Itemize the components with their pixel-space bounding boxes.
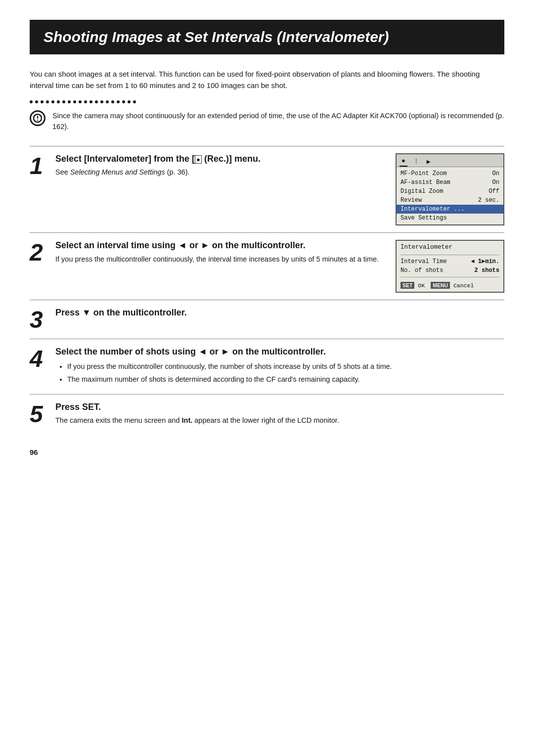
page-number: 96 <box>30 448 504 456</box>
screen1-tab-camera: ● <box>400 156 407 167</box>
camera-screen-1: ● ⋮ ▶ MF-Point ZoomOn AF-assist BeamOn D… <box>396 153 504 225</box>
step-4-number: 4 <box>30 346 55 371</box>
warning-text: Since the camera may shoot continuously … <box>52 110 504 133</box>
screen1-menu: MF-Point ZoomOn AF-assist BeamOn Digital… <box>397 167 503 224</box>
warning-icon <box>30 110 45 126</box>
svg-rect-1 <box>37 116 38 119</box>
screen1-tab-play: ▶ <box>425 157 433 167</box>
warning-box: Since the camera may shoot continuously … <box>30 110 504 133</box>
screen1-row-review: Review2 sec. <box>397 196 503 205</box>
screen2-interval-value: ◄ 1►min. <box>471 258 499 265</box>
step-3-content: Press ▼ on the multicontroller. <box>55 307 504 320</box>
step-2-content: Select an interval time using ◄ or ► on … <box>55 240 504 293</box>
step-4-bullets: If you press the multicontroller continu… <box>55 361 504 385</box>
step-2: 2 Select an interval time using ◄ or ► o… <box>30 232 504 300</box>
step-1-content: Select [Intervalometer] from the [● (Rec… <box>55 153 504 225</box>
step-3-heading: Press ▼ on the multicontroller. <box>55 307 504 318</box>
step-5-heading: Press SET. <box>55 401 504 413</box>
set-label: SET <box>400 282 414 289</box>
step-3: 3 Press ▼ on the multicontroller. <box>30 300 504 339</box>
step-5-body-pre: The camera exits the menu screen and <box>55 416 182 424</box>
screen2-set-ok: SET OK <box>400 282 425 289</box>
screen2-title: Intervalometer <box>400 244 499 251</box>
screen1-tab-settings: ⋮ <box>411 157 421 166</box>
step-5-number: 5 <box>30 401 55 426</box>
step-1: 1 Select [Intervalometer] from the [● (R… <box>30 146 504 232</box>
step-5-body-post: appears at the lower right of the LCD mo… <box>192 416 339 424</box>
step-5-body-bold: Int. <box>182 416 193 424</box>
screen1-row-digitalzoom: Digital ZoomOff <box>397 187 503 196</box>
step-1-subtext: See Selecting Menus and Settings (p. 36)… <box>55 167 384 178</box>
screen1-row-mfzoom: MF-Point ZoomOn <box>397 169 503 178</box>
intro-text: You can shoot images at a set interval. … <box>30 68 504 91</box>
svg-rect-2 <box>37 120 38 121</box>
step-4-bullet-2: The maximum number of shots is determine… <box>67 374 504 385</box>
step-1-number: 1 <box>30 153 55 178</box>
step-5-content: Press SET. The camera exits the menu scr… <box>55 401 504 426</box>
dots-divider <box>30 100 504 103</box>
page-title: Shooting Images at Set Intervals (Interv… <box>30 20 504 54</box>
step-5-heading-post: . <box>98 402 101 412</box>
screen2-menu-cancel: MENU Cancel <box>431 282 474 289</box>
menu-label: MENU <box>431 282 450 289</box>
step-5-body: The camera exits the menu screen and Int… <box>55 415 504 426</box>
screen1-row-afbeam: AF-assist BeamOn <box>397 178 503 187</box>
step-4-heading: Select the number of shots using ◄ or ► … <box>55 346 504 357</box>
step-5-heading-bold: SET <box>82 402 98 412</box>
screen2-shots-label: No. of shots <box>400 267 443 274</box>
camera-screen-2: Intervalometer Interval Time ◄ 1►min. No… <box>396 240 504 293</box>
screen1-row-savesettings: Save Settings <box>397 214 503 222</box>
screen2-interval-row: Interval Time ◄ 1►min. <box>400 258 499 265</box>
screen2-shots-value: 2 shots <box>475 267 499 274</box>
step-5: 5 Press SET. The camera exits the menu s… <box>30 394 504 433</box>
step-2-heading: Select an interval time using ◄ or ► on … <box>55 240 384 251</box>
step-1-heading: Select [Intervalometer] from the [● (Rec… <box>55 153 384 165</box>
step-4-bullet-1: If you press the multicontroller continu… <box>67 361 504 372</box>
screen1-tabs: ● ⋮ ▶ <box>397 154 503 167</box>
screen2-buttons: SET OK MENU Cancel <box>400 282 499 289</box>
step-4-content: Select the number of shots using ◄ or ► … <box>55 346 504 387</box>
exclamation-icon <box>33 114 42 123</box>
screen2-interval-label: Interval Time <box>400 258 447 265</box>
screen1-row-intervalometer: Intervalometer ... <box>397 205 503 214</box>
screen2-shots-row: No. of shots 2 shots <box>400 267 499 274</box>
step-5-heading-pre: Press <box>55 402 82 412</box>
step-4: 4 Select the number of shots using ◄ or … <box>30 339 504 394</box>
step-2-number: 2 <box>30 240 55 265</box>
step-3-number: 3 <box>30 307 55 332</box>
step-2-body: If you press the multicontroller continu… <box>55 254 384 265</box>
